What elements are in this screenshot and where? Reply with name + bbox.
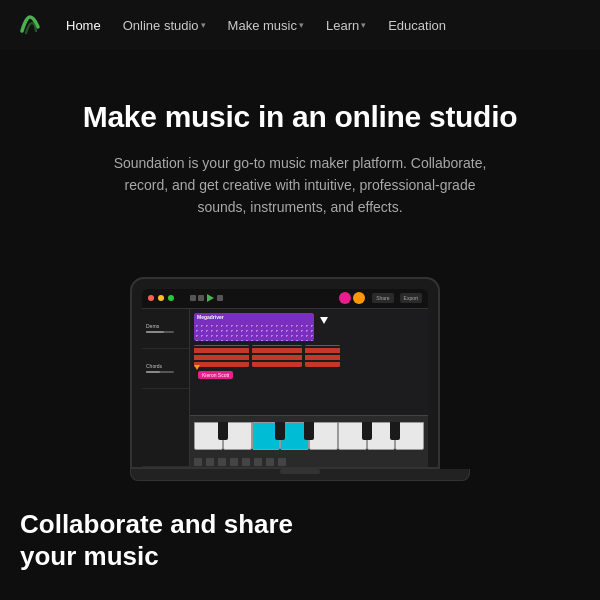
piano-keys bbox=[194, 422, 424, 452]
piano-key-black bbox=[275, 422, 285, 440]
close-dot bbox=[148, 295, 154, 301]
hero-section: Make music in an online studio Soundatio… bbox=[0, 50, 600, 249]
daw-cursor-icon bbox=[320, 317, 328, 324]
track-2-label: Chords bbox=[142, 349, 189, 389]
nav-item-home[interactable]: Home bbox=[58, 14, 109, 37]
maximize-dot bbox=[168, 295, 174, 301]
daw-share-button[interactable]: Share bbox=[372, 293, 393, 303]
laptop-body: Share Export Demo bbox=[130, 277, 440, 470]
laptop-screen: Share Export Demo bbox=[142, 289, 428, 468]
daw-block-megadriver: Megadriver bbox=[194, 313, 314, 341]
track-empty-area bbox=[142, 389, 189, 468]
piano-key-black bbox=[218, 422, 228, 440]
piano-key-black bbox=[362, 422, 372, 440]
laptop-illustration: Share Export Demo bbox=[0, 277, 600, 482]
nav-item-online-studio[interactable]: Online studio ▾ bbox=[115, 14, 214, 37]
chevron-down-icon: ▾ bbox=[201, 20, 206, 30]
laptop-notch bbox=[280, 469, 320, 474]
avatar-2 bbox=[353, 292, 365, 304]
roll-dot bbox=[266, 458, 274, 466]
track-1-label: Demo bbox=[142, 309, 189, 349]
avatar-1 bbox=[339, 292, 351, 304]
hero-title: Make music in an online studio bbox=[83, 98, 517, 136]
daw-toolbar: Share Export bbox=[142, 289, 428, 309]
piano-roll bbox=[190, 415, 428, 467]
user-cursor bbox=[194, 365, 200, 370]
nav-item-make-music[interactable]: Make music ▾ bbox=[220, 14, 312, 37]
roll-dot bbox=[206, 458, 214, 466]
collaborator-avatars bbox=[339, 292, 365, 304]
minimize-dot bbox=[158, 295, 164, 301]
track-1-volume bbox=[146, 331, 174, 333]
bottom-title: Collaborate and share your music bbox=[20, 509, 580, 571]
roll-dot bbox=[254, 458, 262, 466]
bottom-section: Collaborate and share your music bbox=[0, 481, 600, 571]
stop-icon bbox=[198, 295, 204, 301]
roll-dot bbox=[194, 458, 202, 466]
daw-export-button[interactable]: Export bbox=[400, 293, 422, 303]
daw-ui: Share Export Demo bbox=[142, 289, 428, 468]
nav-item-education[interactable]: Education bbox=[380, 14, 454, 37]
track-2-volume bbox=[146, 371, 174, 373]
piano-roll-notes bbox=[190, 454, 428, 467]
roll-dot bbox=[278, 458, 286, 466]
rewind-icon bbox=[190, 295, 196, 301]
roll-dot bbox=[230, 458, 238, 466]
daw-timeline: Megadriver bbox=[190, 309, 428, 468]
daw-block-red-2 bbox=[252, 345, 302, 367]
chevron-down-icon: ▾ bbox=[361, 20, 366, 30]
nav-item-learn[interactable]: Learn ▾ bbox=[318, 14, 374, 37]
piano-key-black bbox=[390, 422, 400, 440]
daw-track-list: Demo Chords bbox=[142, 309, 190, 468]
daw-user-tag: Kieron Scott bbox=[198, 371, 233, 379]
hero-subtitle: Soundation is your go-to music maker pla… bbox=[110, 152, 490, 219]
roll-dot bbox=[242, 458, 250, 466]
daw-body: Demo Chords bbox=[142, 309, 428, 468]
navbar: Home Online studio ▾ Make music ▾ Learn … bbox=[0, 0, 600, 50]
laptop-base bbox=[130, 469, 470, 481]
play-icon bbox=[207, 294, 214, 302]
daw-block-red-1 bbox=[194, 345, 249, 367]
logo[interactable] bbox=[16, 9, 52, 41]
roll-dot bbox=[218, 458, 226, 466]
daw-block-red-3 bbox=[305, 345, 340, 367]
record-icon bbox=[217, 295, 223, 301]
chevron-down-icon: ▾ bbox=[299, 20, 304, 30]
piano-key-black bbox=[304, 422, 314, 440]
